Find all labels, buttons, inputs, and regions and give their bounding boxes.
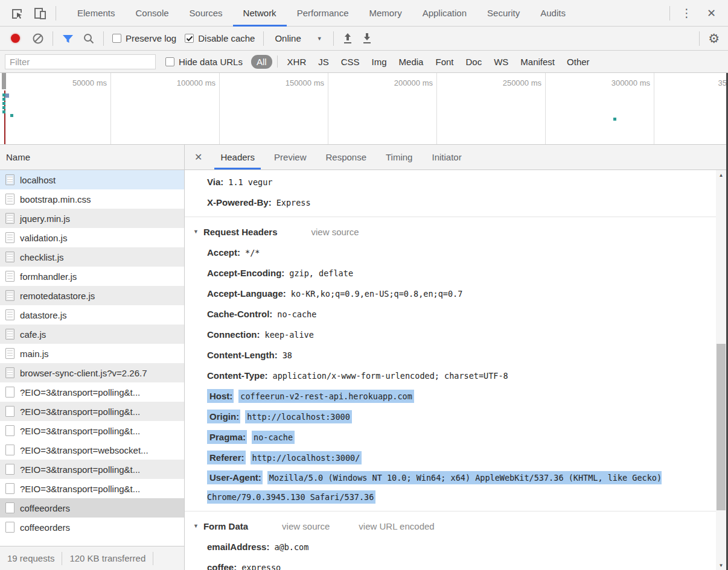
request-row[interactable]: ?EIO=3&transport=polling&t... bbox=[0, 479, 184, 498]
request-row[interactable]: main.js bbox=[0, 344, 184, 363]
request-row[interactable]: ?EIO=3&transport=polling&t... bbox=[0, 402, 184, 421]
header-value: no-cache bbox=[277, 309, 316, 319]
tab-audits[interactable]: Audits bbox=[530, 0, 576, 27]
tab-memory[interactable]: Memory bbox=[359, 0, 412, 27]
tab-elements[interactable]: Elements bbox=[67, 0, 126, 27]
tab-sources[interactable]: Sources bbox=[179, 0, 233, 27]
filter-icon[interactable] bbox=[62, 33, 74, 45]
hide-data-urls-checkbox[interactable] bbox=[165, 57, 174, 66]
disclosure-triangle-icon[interactable]: ▼ bbox=[193, 523, 199, 529]
request-row[interactable]: localhost bbox=[0, 170, 184, 189]
request-row[interactable]: validation.js bbox=[0, 228, 184, 247]
view-url-encoded-link[interactable]: view URL encoded bbox=[359, 521, 434, 531]
detail-tab-preview[interactable]: Preview bbox=[264, 145, 316, 169]
request-name: coffeeorders bbox=[20, 503, 70, 513]
network-overview-timeline[interactable]: 50000 ms100000 ms150000 ms200000 ms25000… bbox=[0, 73, 728, 145]
close-devtools-icon[interactable]: ✕ bbox=[703, 7, 720, 20]
request-row[interactable]: remotedatastore.js bbox=[0, 286, 184, 305]
network-toolbar: Preserve log Disable cache Online ▼ bbox=[0, 27, 728, 51]
preserve-log-toggle[interactable]: Preserve log bbox=[112, 33, 176, 43]
filter-type-js[interactable]: JS bbox=[313, 55, 334, 69]
filter-type-media[interactable]: Media bbox=[394, 55, 429, 69]
filter-type-css[interactable]: CSS bbox=[336, 55, 365, 69]
request-row[interactable]: ?EIO=3&transport=polling&t... bbox=[0, 421, 184, 440]
divider bbox=[153, 552, 153, 565]
filter-type-xhr[interactable]: XHR bbox=[283, 55, 311, 69]
tab-security[interactable]: Security bbox=[477, 0, 530, 27]
device-toolbar-icon[interactable] bbox=[33, 6, 47, 21]
throttling-dropdown[interactable]: Online ▼ bbox=[272, 33, 324, 43]
scroll-down-icon[interactable]: ▼ bbox=[716, 560, 726, 570]
tab-network[interactable]: Network bbox=[233, 0, 287, 27]
name-column-header[interactable]: Name bbox=[0, 145, 184, 170]
vertical-scrollbar[interactable]: ▲ ▼ bbox=[716, 170, 726, 570]
request-row[interactable]: cafe.js bbox=[0, 325, 184, 344]
filter-type-all[interactable]: All bbox=[251, 55, 272, 69]
filter-type-img[interactable]: Img bbox=[367, 55, 392, 69]
view-source-link[interactable]: view source bbox=[311, 227, 359, 237]
request-row[interactable]: coffeeorders bbox=[0, 498, 184, 518]
clear-icon[interactable] bbox=[32, 33, 44, 45]
header-name: Origin: bbox=[207, 410, 240, 423]
header-value: http://localhost:3000/ bbox=[251, 451, 362, 464]
header-line: Accept-Language:ko-KR,ko;q=0.9,en-US;q=0… bbox=[185, 283, 716, 304]
tab-application[interactable]: Application bbox=[412, 0, 477, 27]
view-source-link[interactable]: view source bbox=[282, 521, 330, 531]
settings-gear-icon[interactable]: ⚙ bbox=[708, 32, 720, 45]
request-dot bbox=[613, 118, 616, 121]
filter-type-other[interactable]: Other bbox=[562, 55, 595, 69]
request-row[interactable]: formhandler.js bbox=[0, 267, 184, 286]
header-line: Pragma:no-cache bbox=[185, 427, 716, 448]
request-name: ?EIO=3&transport=polling&t... bbox=[20, 407, 140, 417]
detail-tab-timing[interactable]: Timing bbox=[376, 145, 422, 169]
record-button[interactable] bbox=[11, 34, 20, 43]
filter-type-font[interactable]: Font bbox=[430, 55, 458, 69]
form-data-section-header[interactable]: ▼ Form Data view source view URL encoded bbox=[185, 515, 716, 537]
request-count: 19 requests bbox=[7, 553, 54, 563]
import-har-icon[interactable] bbox=[342, 33, 353, 44]
request-row[interactable]: ?EIO=3&transport=polling&t... bbox=[0, 382, 184, 402]
detail-tab-initiator[interactable]: Initiator bbox=[422, 145, 471, 169]
header-value: Mozilla/5.0 (Windows NT 10.0; Win64; x64… bbox=[207, 471, 662, 504]
request-row[interactable]: coffeeorders bbox=[0, 518, 184, 537]
tab-console[interactable]: Console bbox=[126, 0, 179, 27]
disable-cache-toggle[interactable]: Disable cache bbox=[185, 33, 255, 43]
request-row[interactable]: ?EIO=3&transport=websocket... bbox=[0, 440, 184, 460]
request-row[interactable]: bootstrap.min.css bbox=[0, 189, 184, 209]
disable-cache-checkbox[interactable] bbox=[185, 34, 194, 43]
request-row[interactable]: ?EIO=3&transport=polling&t... bbox=[0, 460, 184, 479]
detail-tab-headers[interactable]: Headers bbox=[211, 145, 264, 169]
header-value: ko-KR,ko;q=0.9,en-US;q=0.8,en;q=0.7 bbox=[291, 289, 462, 299]
request-dot bbox=[2, 110, 5, 113]
filter-type-manifest[interactable]: Manifest bbox=[516, 55, 560, 69]
header-value: a@b.com bbox=[274, 542, 308, 552]
detail-tab-response[interactable]: Response bbox=[316, 145, 376, 169]
timeline-partial-tick: 35 bbox=[718, 78, 727, 87]
search-icon[interactable] bbox=[83, 33, 95, 45]
request-name: formhandler.js bbox=[20, 271, 77, 282]
filter-type-ws[interactable]: WS bbox=[489, 55, 513, 69]
more-options-icon[interactable]: ⋮ bbox=[676, 6, 697, 20]
disclosure-triangle-icon[interactable]: ▼ bbox=[193, 229, 199, 235]
tab-performance[interactable]: Performance bbox=[287, 0, 359, 27]
filter-input[interactable] bbox=[5, 54, 156, 69]
filter-type-doc[interactable]: Doc bbox=[461, 55, 487, 69]
detail-tab-strip: ✕ HeadersPreviewResponseTimingInitiator bbox=[185, 145, 728, 170]
close-detail-icon[interactable]: ✕ bbox=[185, 145, 211, 169]
name-column-label: Name bbox=[6, 152, 30, 162]
request-row[interactable]: browser-sync-client.js?v=2.26.7 bbox=[0, 363, 184, 382]
request-row[interactable]: checklist.js bbox=[0, 247, 184, 267]
inspect-element-icon[interactable] bbox=[10, 6, 24, 21]
preserve-log-checkbox[interactable] bbox=[112, 34, 121, 43]
request-row[interactable]: jquery.min.js bbox=[0, 209, 184, 228]
scrollbar-thumb[interactable] bbox=[717, 344, 726, 510]
scroll-up-icon[interactable]: ▲ bbox=[716, 170, 726, 180]
hide-data-urls-label: Hide data URLs bbox=[179, 57, 243, 67]
request-headers-section-header[interactable]: ▼ Request Headers view source bbox=[185, 221, 716, 242]
export-har-icon[interactable] bbox=[362, 33, 372, 44]
request-row[interactable]: datastore.js bbox=[0, 305, 184, 325]
document-icon bbox=[5, 329, 14, 340]
header-name: Content-Type: bbox=[207, 370, 268, 381]
divider bbox=[62, 552, 62, 565]
hide-data-urls-toggle[interactable]: Hide data URLs bbox=[165, 57, 243, 67]
